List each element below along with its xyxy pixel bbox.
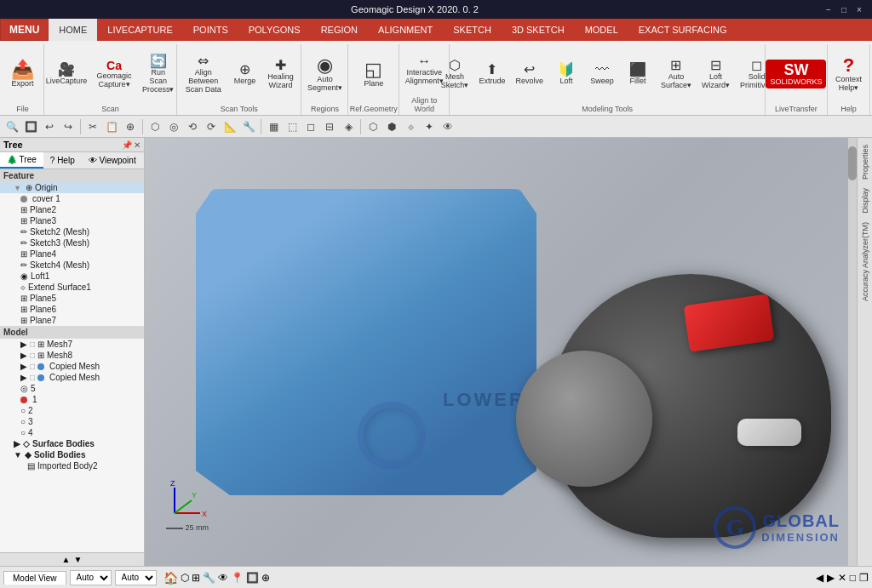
toolbar-btn-15[interactable]: ⬚	[284, 118, 301, 135]
menu-tab-polygons[interactable]: POLYGONS	[238, 19, 311, 41]
display-tab[interactable]: Display	[859, 185, 871, 217]
menu-logo-button[interactable]: MENU	[0, 19, 49, 41]
menu-tab-livecapture[interactable]: LIVECAPTURE	[97, 19, 182, 41]
tree-item-plane5[interactable]: ⊞ Plane5	[0, 293, 144, 304]
toolbar-btn-6[interactable]: 📋	[103, 118, 120, 135]
healing-wizard-button[interactable]: ✚ HealingWizard	[263, 56, 297, 92]
tree-item-3[interactable]: ○ 3	[0, 416, 144, 427]
tree-item-solid-bodies[interactable]: ▼ ◆ Solid Bodies	[0, 449, 144, 460]
status-restore-button[interactable]: □	[850, 572, 856, 584]
tree-item-sketch3mesh[interactable]: ✏ Sketch3 (Mesh)	[0, 237, 144, 248]
tree-item-surface-bodies[interactable]: ▶ ◇ Surface Bodies	[0, 438, 144, 449]
toolbar-btn-11[interactable]: ⟳	[203, 118, 220, 135]
panel-tab-help[interactable]: ? Help	[43, 152, 82, 168]
panel-close-button[interactable]: ✕	[134, 140, 141, 150]
loft-button[interactable]: 🔰 Loft	[549, 60, 583, 88]
maximize-button[interactable]: □	[838, 3, 850, 15]
export-button[interactable]: 📤 Export	[6, 58, 40, 90]
tree-item-sketch2mesh[interactable]: ✏ Sketch2 (Mesh)	[0, 226, 144, 237]
toolbar-btn-10[interactable]: ⟲	[184, 118, 201, 135]
tree-item-origin[interactable]: ▼ ⊕ Origin	[0, 182, 144, 193]
status-icon-2[interactable]: ⬡	[181, 572, 189, 584]
toolbar-btn-14[interactable]: ▦	[265, 118, 282, 135]
model-view-tab[interactable]: Model View	[3, 571, 66, 585]
toolbar-btn-22[interactable]: ✦	[421, 118, 438, 135]
status-dropdown-2[interactable]: Auto	[115, 570, 157, 585]
toolbar-btn-13[interactable]: 🔧	[240, 118, 257, 135]
tree-item-plane2[interactable]: ⊞ Plane2	[0, 204, 144, 215]
status-close-button[interactable]: ✕	[838, 572, 846, 584]
align-between-button[interactable]: ⇔ Align BetweenScan Data	[181, 52, 226, 96]
loft-wizard-button[interactable]: ⊟ LoftWizard▾	[697, 56, 734, 92]
panel-tab-viewpoint[interactable]: 👁 Viewpoint	[82, 152, 143, 168]
toolbar-btn-12[interactable]: 📐	[221, 118, 238, 135]
toolbar-btn-3[interactable]: ↩	[41, 118, 58, 135]
tree-item-copied-mesh-1[interactable]: ▶ □ Copied Mesh	[0, 361, 144, 372]
auto-segment-button[interactable]: ◉ AutoSegment▾	[303, 54, 347, 94]
status-icon-4[interactable]: 🔧	[203, 572, 215, 584]
plane-button[interactable]: ◱ Plane	[357, 58, 391, 90]
extrude-button[interactable]: ⬆ Extrude	[474, 60, 509, 88]
toolbar-btn-9[interactable]: ◎	[165, 118, 182, 135]
close-button[interactable]: ×	[853, 3, 865, 15]
scrollbar-thumb[interactable]	[848, 146, 857, 180]
status-prev-button[interactable]: ◀	[816, 572, 823, 584]
viewport[interactable]: LOWER Z X Y	[145, 138, 857, 566]
panel-tab-tree[interactable]: 🌲 Tree	[0, 152, 43, 168]
tree-item-sketch4mesh[interactable]: ✏ Sketch4 (Mesh)	[0, 260, 144, 271]
tree-item-cover1[interactable]: cover 1	[0, 193, 144, 204]
accuracy-analyzer-tab[interactable]: Accuracy Analyzer(TM)	[859, 219, 871, 305]
viewport-scrollbar[interactable]	[848, 138, 857, 566]
fillet-button[interactable]: ⬛ Fillet	[621, 60, 655, 88]
menu-tab-home[interactable]: HOME	[49, 19, 97, 41]
menu-tab-region[interactable]: REGION	[311, 19, 368, 41]
toolbar-btn-17[interactable]: ⊟	[321, 118, 338, 135]
tree-item-loft1[interactable]: ◉ Loft1	[0, 271, 144, 282]
sweep-button[interactable]: 〰 Sweep	[585, 60, 619, 88]
menu-tab-alignment[interactable]: ALIGNMENT	[368, 19, 443, 41]
solidworks-button[interactable]: SW SOLIDWORKS	[766, 60, 826, 88]
tree-item-plane7[interactable]: ⊞ Plane7	[0, 315, 144, 326]
livecapture-button[interactable]: 🎥 LiveCapture	[42, 60, 91, 88]
menu-tab-model[interactable]: MODEL	[575, 19, 628, 41]
tree-item-mesh7[interactable]: ▶ □ ⊞ Mesh7	[0, 339, 144, 350]
toolbar-btn-4[interactable]: ↪	[60, 118, 77, 135]
tree-item-plane6[interactable]: ⊞ Plane6	[0, 304, 144, 315]
mesh-sketch-button[interactable]: ⬡ MeshSketch▾	[437, 56, 473, 92]
toolbar-btn-23[interactable]: 👁	[439, 118, 456, 135]
merge-button[interactable]: ⊕ Merge	[227, 60, 261, 88]
tree-item-1[interactable]: 1	[0, 394, 144, 405]
geomagic-capture-button[interactable]: Ca GeomagicCapture▾	[93, 57, 135, 91]
toolbar-btn-16[interactable]: ◻	[302, 118, 319, 135]
tree-item-5[interactable]: ◎ 5	[0, 383, 144, 394]
status-icon-7[interactable]: 🔲	[246, 572, 259, 584]
menu-tab-exact-surfacing[interactable]: EXACT SURFACING	[628, 19, 737, 41]
revolve-button[interactable]: ↩ Revolve	[511, 60, 548, 88]
menu-tab-sketch[interactable]: SKETCH	[443, 19, 502, 41]
toolbar-btn-21[interactable]: ⟐	[402, 118, 419, 135]
toolbar-btn-20[interactable]: ⬢	[383, 118, 400, 135]
tree-item-mesh8[interactable]: ▶ □ ⊞ Mesh8	[0, 350, 144, 361]
status-dropdown-1[interactable]: Auto	[70, 570, 112, 585]
tree-item-2[interactable]: ○ 2	[0, 405, 144, 416]
tree-item-extend-surface1[interactable]: ⟐ Extend Surface1	[0, 282, 144, 293]
status-next-button[interactable]: ▶	[827, 572, 835, 584]
status-float-button[interactable]: ❐	[859, 572, 869, 584]
status-icon-5[interactable]: 👁	[218, 572, 228, 584]
menu-tab-3dsketch[interactable]: 3D SKETCH	[502, 19, 575, 41]
properties-tab[interactable]: Properties	[859, 141, 871, 183]
run-scan-button[interactable]: 🔄 Run ScanProcess▾	[137, 52, 179, 96]
tree-item-4[interactable]: ○ 4	[0, 427, 144, 438]
toolbar-btn-5[interactable]: ✂	[84, 118, 101, 135]
menu-tab-points[interactable]: POINTS	[183, 19, 238, 41]
tree-item-imported-body2[interactable]: ▤ Imported Body2	[0, 460, 144, 471]
tree-item-copied-mesh-2[interactable]: ▶ □ Copied Mesh	[0, 372, 144, 383]
status-icon-8[interactable]: ⊕	[261, 572, 270, 584]
tree-item-plane4[interactable]: ⊞ Plane4	[0, 248, 144, 260]
toolbar-btn-8[interactable]: ⬡	[146, 118, 164, 135]
auto-surface-button[interactable]: ⊞ AutoSurface▾	[657, 56, 696, 92]
panel-scroll-down[interactable]: ▼	[74, 555, 83, 564]
status-icon-1[interactable]: 🏠	[164, 571, 178, 585]
minimize-button[interactable]: −	[823, 3, 835, 15]
toolbar-btn-2[interactable]: 🔲	[22, 118, 39, 135]
